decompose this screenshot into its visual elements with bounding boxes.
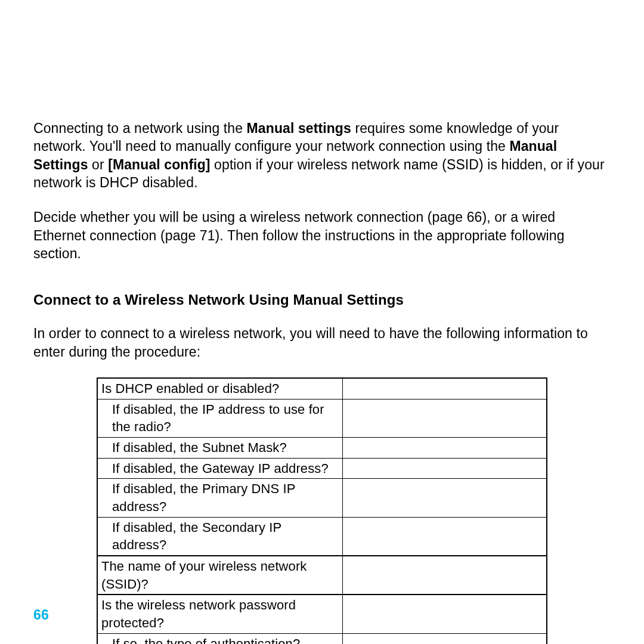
answer-cell: [342, 378, 547, 399]
answer-cell: [342, 517, 547, 556]
question-cell: If so, the type of authentication?: [97, 633, 342, 644]
info-table: Is DHCP enabled or disabled?If disabled,…: [97, 377, 547, 644]
question-text: If disabled, the Primary DNS IP address?: [101, 480, 339, 515]
section-heading: Connect to a Wireless Network Using Manu…: [33, 290, 611, 309]
answer-cell: [342, 458, 547, 479]
table-row: If disabled, the Gateway IP address?: [97, 458, 547, 479]
table-row: Is DHCP enabled or disabled?: [97, 378, 547, 399]
answer-cell: [342, 595, 547, 633]
page-number: 66: [33, 606, 49, 624]
answer-cell: [342, 399, 547, 437]
text-segment: Connecting to a network using the: [33, 120, 247, 136]
question-cell: If disabled, the Secondary IP address?: [97, 517, 342, 556]
info-table-wrap: Is DHCP enabled or disabled?If disabled,…: [97, 377, 547, 644]
question-text: If so, the type of authentication?: [101, 635, 300, 644]
question-cell: The name of your wireless network (SSID)…: [97, 556, 342, 595]
table-row: If so, the type of authentication?: [97, 633, 547, 644]
table-row: Is the wireless network password protect…: [97, 595, 547, 633]
question-text: If disabled, the Secondary IP address?: [101, 519, 339, 554]
question-cell: Is DHCP enabled or disabled?: [97, 378, 342, 399]
question-text: If disabled, the Subnet Mask?: [101, 439, 287, 457]
question-cell: Is the wireless network password protect…: [97, 595, 342, 633]
question-cell: If disabled, the IP address to use for t…: [97, 399, 342, 437]
question-cell: If disabled, the Gateway IP address?: [97, 458, 342, 479]
intro-paragraph-1: Connecting to a network using the Manual…: [33, 119, 611, 191]
intro-paragraph-3: In order to connect to a wireless networ…: [33, 324, 611, 361]
table-row: The name of your wireless network (SSID)…: [97, 556, 547, 595]
bold-manual-config: [Manual config]: [108, 157, 210, 172]
question-text: The name of your wireless network (SSID)…: [101, 559, 306, 592]
question-text: Is DHCP enabled or disabled?: [101, 381, 279, 396]
question-cell: If disabled, the Subnet Mask?: [97, 437, 342, 458]
table-row: If disabled, the IP address to use for t…: [97, 399, 547, 437]
answer-cell: [342, 556, 547, 595]
answer-cell: [342, 437, 547, 458]
question-cell: If disabled, the Primary DNS IP address?: [97, 479, 342, 517]
question-text: Is the wireless network password protect…: [101, 597, 296, 630]
table-row: If disabled, the Secondary IP address?: [97, 517, 547, 556]
question-text: If disabled, the Gateway IP address?: [101, 460, 329, 478]
bold-manual-settings: Manual settings: [247, 120, 351, 136]
question-text: If disabled, the IP address to use for t…: [101, 401, 339, 436]
table-row: If disabled, the Subnet Mask?: [97, 437, 547, 458]
answer-cell: [342, 479, 547, 517]
intro-paragraph-2: Decide whether you will be using a wirel…: [33, 208, 611, 262]
text-segment: or: [88, 157, 109, 172]
answer-cell: [342, 633, 547, 644]
table-row: If disabled, the Primary DNS IP address?: [97, 479, 547, 517]
